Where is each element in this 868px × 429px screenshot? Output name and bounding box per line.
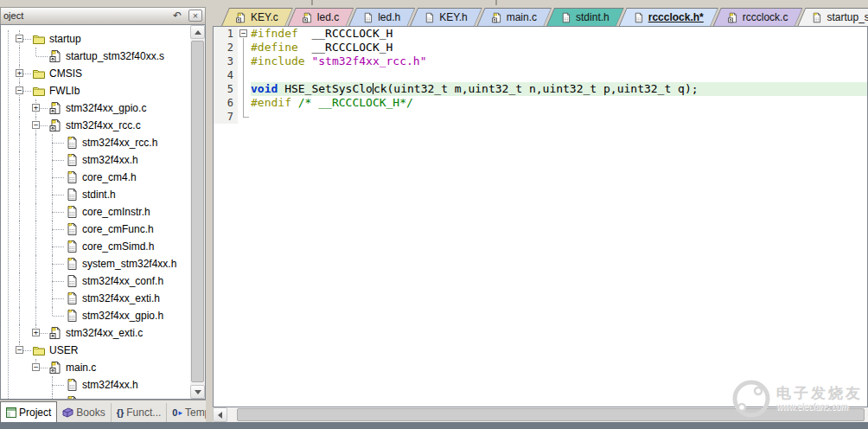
editor-tab-startup-stm32f40[interactable]: startup_stm32f40 bbox=[798, 9, 868, 26]
fold-column[interactable] bbox=[238, 96, 251, 110]
tree-item-label: USER bbox=[49, 344, 78, 356]
collapse-icon[interactable]: − bbox=[32, 363, 40, 371]
expand-icon[interactable]: + bbox=[16, 69, 23, 77]
editor-tab-led-c[interactable]: led.c bbox=[289, 9, 353, 26]
code-text[interactable]: #ifndef __RCCCLOCK_H bbox=[251, 27, 867, 41]
collapse-icon[interactable]: − bbox=[16, 86, 23, 94]
tree-item-stm32f4xx-exti-c[interactable]: +stm32f4xx_exti.c bbox=[1, 324, 189, 342]
tree-item-label: main.c bbox=[66, 362, 96, 374]
tree-item[interactable] bbox=[1, 394, 189, 400]
fold-collapse-icon[interactable]: − bbox=[239, 29, 247, 37]
tree-item-stm32f4xx-rcc-h[interactable]: stm32f4xx_rcc.h bbox=[1, 134, 189, 151]
code-token bbox=[291, 96, 298, 109]
undock-arrow-icon[interactable]: ↶ bbox=[170, 9, 184, 22]
tree-item-system-stm32f4xx-h[interactable]: system_stm32f4xx.h bbox=[1, 255, 189, 272]
tree-item-user[interactable]: −USER bbox=[1, 342, 189, 359]
line-number: 6 bbox=[214, 96, 238, 110]
code-text[interactable]: #include "stm32f4xx_rcc.h" bbox=[251, 54, 867, 68]
tree-item-label: stm32f4xx_conf.h bbox=[82, 275, 163, 287]
tree-item-core-cm4-h[interactable]: core_cm4.h bbox=[1, 169, 189, 186]
scroll-left-button[interactable] bbox=[213, 407, 227, 422]
code-text[interactable]: #define __RCCCLOCK_H bbox=[251, 41, 867, 54]
tree-item-startup-stm32f40xx-s[interactable]: startup_stm32f40xx.s bbox=[1, 48, 189, 65]
collapse-icon[interactable]: − bbox=[32, 121, 40, 129]
collapse-icon[interactable]: − bbox=[16, 346, 23, 354]
editor-tab-stdint-h[interactable]: stdint.h bbox=[547, 9, 623, 26]
editor-tab-key-c[interactable]: KEY.c bbox=[222, 9, 292, 26]
workspace-tab-books[interactable]: Books bbox=[57, 403, 111, 422]
fold-column[interactable] bbox=[238, 54, 251, 68]
tree-item-fwlib[interactable]: −FWLIb bbox=[1, 82, 189, 99]
tree-item-stm32f4xx-gpio-h[interactable]: stm32f4xx_gpio.h bbox=[1, 307, 189, 324]
doc-file-icon bbox=[362, 11, 373, 24]
editor-tab-main-c[interactable]: main.c bbox=[478, 9, 551, 26]
source-file-icon bbox=[48, 326, 62, 340]
tree-vertical-scrollbar[interactable] bbox=[190, 25, 205, 399]
editor-tab-rccclock-h-[interactable]: rccclock.h* bbox=[620, 9, 718, 26]
folder-icon bbox=[32, 343, 46, 357]
tree-item-label: core_cmInstr.h bbox=[82, 206, 150, 218]
expand-icon[interactable]: + bbox=[32, 104, 40, 112]
panel-splitter[interactable] bbox=[206, 7, 213, 422]
tree-item-stm32f4xx-h[interactable]: stm32f4xx.h bbox=[1, 376, 189, 394]
source-icon bbox=[48, 361, 62, 375]
tree-item-core-cminstr-h[interactable]: core_cmInstr.h bbox=[1, 203, 189, 221]
scroll-up-button[interactable] bbox=[190, 25, 205, 39]
tree-item-cmsis[interactable]: +CMSIS bbox=[1, 65, 189, 82]
tree-item-core-cmfunc-h[interactable]: core_cmFunc.h bbox=[1, 221, 189, 238]
code-line-6[interactable]: 6#endif /* __RCCCLOCK_H*/ bbox=[214, 96, 867, 110]
collapse-icon[interactable]: − bbox=[16, 35, 23, 42]
project-panel-header: oject ↶ × bbox=[0, 7, 206, 24]
editor-tab-label: KEY.c bbox=[251, 11, 278, 23]
code-text[interactable] bbox=[251, 68, 867, 82]
code-text[interactable] bbox=[251, 110, 867, 124]
code-line-5[interactable]: 5void HSE_SetSysClock(uint32_t m,uint32_… bbox=[214, 82, 867, 96]
source-file-icon bbox=[727, 11, 738, 24]
code-text-current-line[interactable]: void HSE_SetSysClock(uint32_t m,uint32_t… bbox=[251, 82, 867, 96]
editor-tab-rccclock-c[interactable]: rccclock.c bbox=[714, 9, 802, 26]
tree-item-main-c[interactable]: −main.c bbox=[1, 359, 189, 376]
fold-column[interactable] bbox=[238, 41, 251, 54]
header-icon bbox=[65, 240, 79, 253]
project-grid-icon bbox=[6, 407, 16, 418]
tree-item-stm32f4xx-h[interactable]: stm32f4xx.h bbox=[1, 151, 189, 169]
code-text[interactable]: #endif /* __RCCCLOCK_H*/ bbox=[251, 96, 867, 110]
code-editor[interactable]: 1−#ifndef __RCCCLOCK_H2#define __RCCCLOC… bbox=[213, 26, 868, 407]
tree-item-label: stm32f4xx_exti.h bbox=[82, 292, 160, 304]
fold-column[interactable] bbox=[238, 110, 251, 124]
code-line-1[interactable]: 1−#ifndef __RCCCLOCK_H bbox=[214, 27, 867, 41]
code-line-7[interactable]: 7 bbox=[214, 110, 867, 124]
source-icon bbox=[48, 326, 62, 340]
editor-tab-key-h[interactable]: KEY.h bbox=[411, 9, 481, 26]
code-line-2[interactable]: 2#define __RCCCLOCK_H bbox=[214, 41, 867, 54]
header-file-icon bbox=[65, 378, 79, 392]
editor-tab-label: stdint.h bbox=[576, 11, 610, 23]
scrollbar-thumb[interactable] bbox=[191, 41, 204, 382]
fold-column[interactable]: − bbox=[238, 27, 251, 41]
tree-item-stm32f4xx-exti-h[interactable]: stm32f4xx_exti.h bbox=[1, 290, 189, 307]
expand-icon[interactable]: + bbox=[32, 329, 40, 336]
template-arrow-icon: ▸ bbox=[178, 408, 182, 417]
header-file-icon bbox=[65, 257, 79, 271]
tree-item-stm32f4xx-rcc-c[interactable]: −stm32f4xx_rcc.c bbox=[1, 117, 189, 134]
code-line-3[interactable]: 3#include "stm32f4xx_rcc.h" bbox=[214, 54, 867, 68]
workspace-tab-funct[interactable]: {}Funct... bbox=[112, 403, 168, 422]
tree-item-stm32f4xx-gpio-c[interactable]: +stm32f4xx_gpio.c bbox=[1, 99, 189, 117]
workspace-tab-project[interactable]: Project bbox=[0, 401, 57, 422]
tree-item-stdint-h[interactable]: stdint.h bbox=[1, 186, 189, 203]
toolbar-tick bbox=[311, 0, 313, 5]
editor-tab-led-h[interactable]: led.h bbox=[349, 9, 414, 26]
fold-line bbox=[243, 96, 244, 110]
doc-file-icon bbox=[560, 11, 571, 24]
tree-item-startup[interactable]: −startup bbox=[1, 30, 189, 48]
tree-item-stm32f4xx-conf-h[interactable]: stm32f4xx_conf.h bbox=[1, 272, 189, 290]
editor-tab-label: rccclock.h* bbox=[648, 11, 704, 23]
header-file-icon bbox=[65, 240, 79, 253]
tree-item-core-cmsimd-h[interactable]: core_cmSimd.h bbox=[1, 238, 189, 255]
close-icon[interactable]: × bbox=[188, 10, 202, 22]
fold-column[interactable] bbox=[238, 82, 251, 96]
code-line-4[interactable]: 4 bbox=[214, 68, 867, 82]
tree-item-label: startup_stm32f40xx.s bbox=[66, 50, 164, 62]
scroll-down-button[interactable] bbox=[190, 385, 205, 399]
fold-column[interactable] bbox=[238, 68, 251, 82]
